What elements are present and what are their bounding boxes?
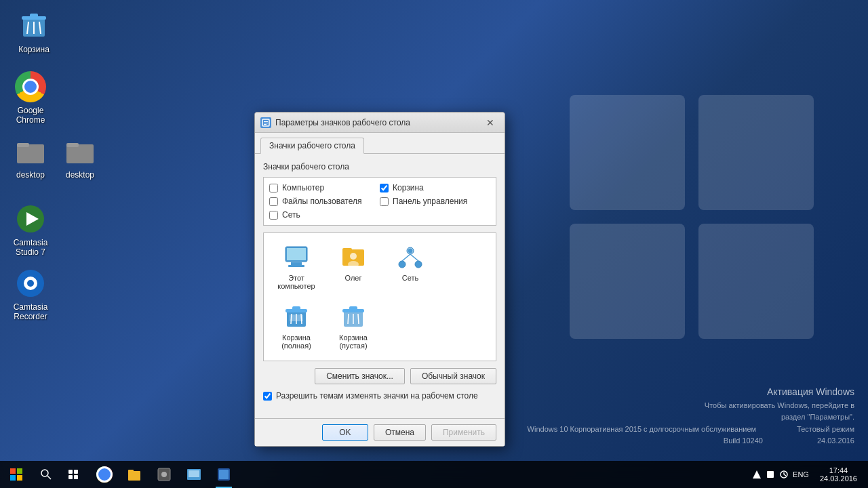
desktop-icon-desktop1[interactable]: desktop	[3, 132, 58, 182]
taskbar-clock[interactable]: 17:44 24.03.2016	[814, 466, 863, 483]
checkbox-recycle-input[interactable]	[380, 184, 389, 192]
change-icon-button[interactable]: Сменить значок...	[315, 368, 405, 384]
desktop-icon-desktop2[interactable]: desktop	[53, 132, 107, 182]
clock-time: 17:44	[829, 466, 848, 474]
taskbar-apps	[87, 461, 747, 488]
svg-line-70	[348, 314, 349, 324]
svg-rect-62	[292, 306, 300, 310]
dialog-icon	[260, 117, 271, 128]
svg-rect-28	[74, 475, 78, 479]
checkbox-recycle: Корзина	[380, 183, 490, 192]
checkbox-network-input[interactable]	[269, 211, 278, 220]
svg-line-72	[358, 314, 359, 324]
taskbar-app5[interactable]	[209, 461, 239, 488]
svg-rect-34	[189, 470, 199, 477]
taskbar-app3[interactable]	[149, 461, 179, 488]
search-button[interactable]	[33, 461, 60, 488]
svg-rect-49	[288, 265, 304, 267]
svg-rect-10	[17, 144, 44, 163]
icon-recycle-full-label: Корзина(полная)	[281, 333, 311, 350]
tab-desktop-icons[interactable]: Значки рабочего стола	[260, 138, 364, 154]
svg-line-24	[47, 476, 51, 479]
svg-rect-47	[287, 248, 306, 260]
camtasia1-icon	[14, 203, 47, 235]
recycle-icon	[18, 9, 50, 42]
checkbox-user-files: Файлы пользователя	[269, 197, 380, 206]
svg-rect-21	[10, 475, 16, 481]
allow-themes-label[interactable]: Разрешить темам изменять значки на рабоч…	[276, 391, 478, 401]
activation-line3: Тестовый режим	[797, 424, 854, 436]
dialog-tabs: Значки рабочего стола	[255, 133, 505, 154]
section-title: Значки рабочего стола	[263, 162, 496, 171]
dialog-titlebar[interactable]: Параметры значков рабочего стола ✕	[255, 113, 505, 133]
checkbox-computer-label[interactable]: Компьютер	[282, 183, 324, 192]
checkbox-ctrl-label[interactable]: Панель управления	[393, 197, 467, 206]
dialog-footer: OK Отмена Применить	[255, 418, 505, 446]
checkbox-cols: Компьютер Корзина Файлы пользователя Пан…	[269, 183, 490, 220]
svg-rect-66	[290, 314, 303, 321]
task-view-button[interactable]	[60, 461, 87, 488]
icon-network-label: Сеть	[402, 274, 418, 282]
svg-rect-38	[767, 471, 774, 478]
svg-rect-12	[66, 144, 94, 163]
cancel-button[interactable]: Отмена	[374, 424, 426, 441]
desktop-icon-recycle[interactable]: Корзина	[7, 7, 61, 57]
svg-rect-26	[74, 470, 78, 474]
icon-item-computer[interactable]: Этоткомпьютер	[269, 239, 323, 296]
desktop-icons-dialog: Параметры значков рабочего стола ✕ Значк…	[254, 112, 505, 447]
svg-rect-69	[349, 306, 357, 310]
desktop-icon-camtasia2[interactable]: Camtasia Recorder	[3, 264, 58, 325]
folder-icon-1	[14, 135, 47, 167]
checkbox-user-input[interactable]	[269, 197, 278, 206]
dialog-content: Значки рабочего стола Компьютер Корзина …	[255, 154, 505, 418]
svg-rect-45	[264, 124, 267, 125]
activation-line6: 24.03.2016	[817, 435, 854, 447]
taskbar-explorer[interactable]	[119, 461, 149, 488]
icon-item-recycle-full[interactable]: Корзина(полная)	[269, 298, 323, 355]
icons-grid: Этоткомпьютер Олег	[263, 232, 496, 361]
camtasia1-label: Camtasia Studio 7	[6, 238, 55, 258]
sys-icons	[752, 470, 789, 479]
svg-rect-11	[17, 143, 29, 147]
taskbar-sys: ENG	[747, 461, 814, 488]
desktop1-label: desktop	[16, 170, 45, 180]
apply-button[interactable]: Применить	[431, 424, 496, 441]
activation-title: Активация Windows	[528, 384, 854, 399]
svg-rect-29	[128, 471, 140, 481]
svg-point-23	[41, 470, 48, 476]
icon-item-network[interactable]: Сеть	[383, 239, 437, 296]
desktop-icon-camtasia1[interactable]: Camtasia Studio 7	[3, 200, 58, 260]
folder-icon-2	[64, 135, 96, 167]
checkbox-recycle-label[interactable]: Корзина	[393, 183, 424, 192]
checkbox-control-panel: Панель управления	[380, 197, 490, 206]
checkbox-network-label[interactable]: Сеть	[282, 210, 300, 220]
taskbar-app4[interactable]	[179, 461, 209, 488]
svg-rect-51	[342, 248, 352, 252]
ok-button[interactable]: OK	[322, 424, 368, 441]
svg-point-52	[350, 253, 357, 260]
dialog-title: Параметры значков рабочего стола	[275, 118, 481, 127]
checkbox-ctrl-input[interactable]	[380, 197, 389, 206]
svg-rect-44	[264, 123, 268, 123]
checkbox-user-label[interactable]: Файлы пользователя	[282, 197, 361, 206]
icon-computer-label: Этоткомпьютер	[277, 274, 315, 290]
start-button[interactable]	[0, 461, 33, 488]
svg-point-32	[161, 472, 167, 477]
checkbox-computer-input[interactable]	[269, 184, 278, 192]
desktop-icon-chrome[interactable]: Google Chrome	[3, 68, 58, 128]
icon-buttons-row: Сменить значок... Обычный значок	[263, 368, 496, 384]
icon-item-user[interactable]: Олег	[326, 239, 380, 296]
svg-rect-13	[66, 143, 79, 147]
default-icon-button[interactable]: Обычный значок	[410, 368, 496, 384]
taskbar-chrome[interactable]	[90, 461, 119, 488]
svg-rect-19	[10, 468, 16, 474]
dialog-close-button[interactable]: ✕	[481, 116, 499, 129]
recycle-label: Корзина	[18, 45, 50, 54]
activation-line1: Чтобы активировать Windows, перейдите в	[528, 400, 854, 412]
win-logo-bg	[556, 81, 827, 352]
svg-rect-0	[570, 95, 685, 210]
icon-item-recycle-empty[interactable]: Корзина(пустая)	[326, 298, 380, 355]
taskbar: ENG 17:44 24.03.2016	[0, 461, 868, 488]
taskbar-lang: ENG	[793, 470, 809, 479]
allow-themes-checkbox[interactable]	[263, 392, 272, 401]
